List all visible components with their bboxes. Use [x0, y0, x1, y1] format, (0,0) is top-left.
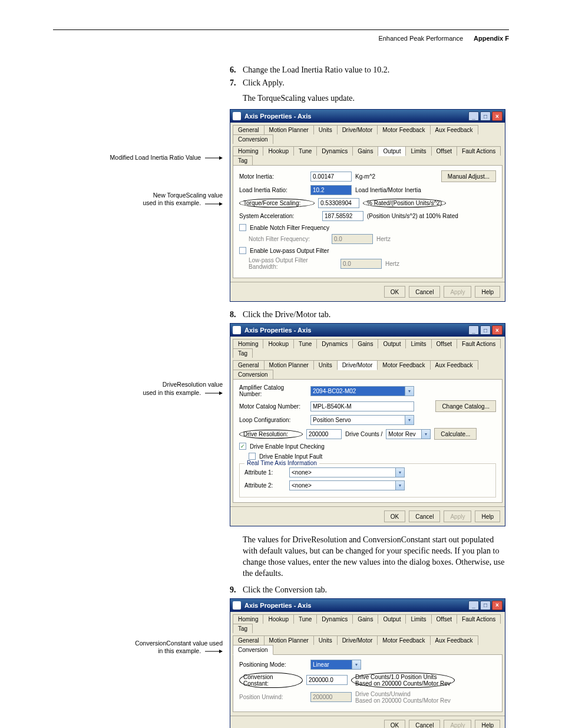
tab-hookup[interactable]: Hookup	[263, 339, 293, 348]
tab-drive-motor[interactable]: Drive/Motor	[337, 360, 378, 370]
tab-offset[interactable]: Offset	[431, 146, 458, 156]
tab-tag[interactable]: Tag	[233, 348, 253, 358]
tab-units[interactable]: Units	[313, 635, 338, 645]
minimize-button[interactable]: _	[468, 111, 479, 121]
calculate-button[interactable]: Calculate...	[434, 428, 477, 440]
tab-units[interactable]: Units	[313, 360, 338, 370]
maximize-button[interactable]: □	[480, 111, 491, 121]
attribute2-combo[interactable]: ▾	[289, 480, 405, 490]
tab-homing[interactable]: Homing	[233, 614, 263, 624]
tab-offset[interactable]: Offset	[431, 614, 458, 624]
tab-tag[interactable]: Tag	[233, 156, 253, 165]
tab-drive-motor[interactable]: Drive/Motor	[337, 635, 378, 645]
tab-tune[interactable]: Tune	[293, 614, 317, 624]
tab-motor-feedback[interactable]: Motor Feedback	[377, 635, 430, 645]
ok-button[interactable]: OK	[384, 720, 405, 728]
close-button[interactable]: ×	[492, 111, 503, 121]
tab-output[interactable]: Output	[378, 339, 406, 348]
tab-hookup[interactable]: Hookup	[263, 614, 293, 624]
tab-conversion[interactable]: Conversion	[233, 134, 273, 144]
help-button[interactable]: Help	[475, 510, 500, 522]
chevron-down-icon[interactable]: ▾	[352, 660, 361, 670]
motor-catalog-input[interactable]	[310, 401, 414, 411]
tab-tune[interactable]: Tune	[293, 146, 317, 156]
drive-resolution-units-combo[interactable]: ▾	[386, 429, 431, 439]
tab-gains[interactable]: Gains	[352, 146, 378, 156]
tab-gains[interactable]: Gains	[352, 614, 378, 624]
tab-motion-planner[interactable]: Motion Planner	[264, 125, 314, 134]
tab-homing[interactable]: Homing	[233, 339, 263, 348]
tab-drive-motor[interactable]: Drive/Motor	[337, 125, 378, 134]
tab-units[interactable]: Units	[313, 125, 338, 134]
chevron-down-icon[interactable]: ▾	[421, 429, 431, 439]
tab-limits[interactable]: Limits	[405, 339, 431, 348]
titlebar[interactable]: ⚙ Axis Properties - Axis _ □ ×	[230, 110, 505, 123]
chevron-down-icon[interactable]: ▾	[405, 415, 414, 425]
cancel-button[interactable]: Cancel	[409, 720, 440, 728]
tab-tune[interactable]: Tune	[293, 339, 317, 348]
tab-motor-feedback[interactable]: Motor Feedback	[377, 125, 430, 134]
loop-config-combo[interactable]: ▾	[310, 415, 414, 425]
tab-aux-feedback[interactable]: Aux Feedback	[430, 360, 478, 370]
manual-adjust-button[interactable]: Manual Adjust...	[441, 170, 496, 182]
help-button[interactable]: Help	[475, 720, 500, 728]
load-inertia-input[interactable]	[310, 185, 352, 195]
drive-enable-checking-checkbox[interactable]: ✓	[239, 443, 246, 450]
lowpass-enable-checkbox[interactable]	[239, 247, 246, 254]
tab-general[interactable]: General	[233, 360, 265, 370]
chevron-down-icon[interactable]: ▾	[405, 386, 414, 396]
minimize-button[interactable]: _	[468, 601, 479, 610]
tab-limits[interactable]: Limits	[405, 614, 431, 624]
tab-aux-feedback[interactable]: Aux Feedback	[430, 125, 478, 134]
tab-fault-actions[interactable]: Fault Actions	[457, 339, 501, 348]
sys-accel-input[interactable]	[322, 211, 363, 221]
tab-limits[interactable]: Limits	[405, 146, 431, 156]
tab-output[interactable]: Output	[378, 146, 406, 156]
tab-aux-feedback[interactable]: Aux Feedback	[430, 635, 478, 645]
tab-motion-planner[interactable]: Motion Planner	[264, 360, 314, 370]
minimize-button[interactable]: _	[468, 325, 479, 335]
tab-conversion[interactable]: Conversion	[233, 645, 273, 655]
close-button[interactable]: ×	[492, 601, 503, 610]
motor-inertia-input[interactable]	[310, 172, 352, 182]
tab-dynamics[interactable]: Dynamics	[316, 146, 353, 156]
tab-offset[interactable]: Offset	[431, 339, 458, 348]
amp-catalog-combo[interactable]: ▾	[310, 386, 414, 396]
chevron-down-icon[interactable]: ▾	[395, 480, 405, 490]
apply-button[interactable]: Apply	[444, 510, 471, 522]
notch-enable-checkbox[interactable]	[239, 224, 246, 231]
ok-button[interactable]: OK	[384, 510, 405, 522]
chevron-down-icon[interactable]: ▾	[395, 467, 405, 477]
tab-motor-feedback[interactable]: Motor Feedback	[377, 360, 430, 370]
drive-enable-fault-checkbox[interactable]	[249, 453, 256, 460]
cancel-button[interactable]: Cancel	[409, 510, 440, 522]
tab-fault-actions[interactable]: Fault Actions	[457, 614, 501, 624]
ok-button[interactable]: OK	[384, 286, 405, 298]
tab-fault-actions[interactable]: Fault Actions	[457, 146, 501, 156]
titlebar[interactable]: ⚙ Axis Properties - Axis _ □ ×	[230, 599, 505, 612]
drive-resolution-input[interactable]	[306, 429, 342, 439]
tab-general[interactable]: General	[233, 635, 265, 645]
positioning-mode-combo[interactable]: ▾	[310, 660, 361, 670]
attribute1-combo[interactable]: ▾	[289, 467, 405, 477]
change-catalog-button[interactable]: Change Catalog...	[435, 400, 496, 412]
tab-output[interactable]: Output	[378, 614, 406, 624]
tab-dynamics[interactable]: Dynamics	[316, 614, 353, 624]
tab-general[interactable]: General	[233, 125, 265, 134]
apply-button[interactable]: Apply	[444, 720, 471, 728]
maximize-button[interactable]: □	[480, 601, 491, 610]
tab-hookup[interactable]: Hookup	[263, 146, 293, 156]
tab-gains[interactable]: Gains	[352, 339, 378, 348]
tab-homing[interactable]: Homing	[233, 146, 263, 156]
tab-dynamics[interactable]: Dynamics	[316, 339, 353, 348]
torque-scaling-input[interactable]	[318, 198, 359, 208]
tab-conversion[interactable]: Conversion	[233, 370, 273, 379]
tab-tag[interactable]: Tag	[233, 624, 253, 633]
close-button[interactable]: ×	[492, 325, 503, 335]
conversion-constant-input[interactable]	[306, 675, 348, 685]
maximize-button[interactable]: □	[480, 325, 491, 335]
apply-button[interactable]: Apply	[444, 286, 471, 298]
tab-motion-planner[interactable]: Motion Planner	[264, 635, 314, 645]
help-button[interactable]: Help	[475, 286, 500, 298]
titlebar[interactable]: ⚙ Axis Properties - Axis _ □ ×	[230, 324, 505, 337]
